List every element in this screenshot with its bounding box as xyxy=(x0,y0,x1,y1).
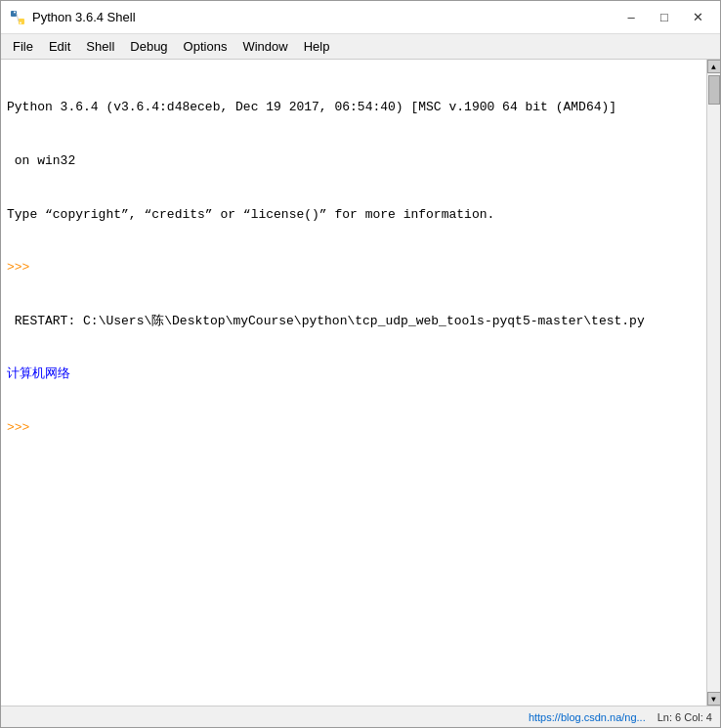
close-button[interactable]: ✕ xyxy=(683,7,712,28)
svg-rect-0 xyxy=(11,11,17,17)
menu-file[interactable]: File xyxy=(5,37,41,56)
console-line-1: Python 3.6.4 (v3.6.4:d48eceb, Dec 19 201… xyxy=(7,99,700,116)
status-position: Ln: 6 Col: 4 xyxy=(657,711,712,723)
svg-point-2 xyxy=(14,11,16,13)
console-line-restart: RESTART: C:\Users\陈\Desktop\myCourse\pyt… xyxy=(7,313,700,330)
menu-debug[interactable]: Debug xyxy=(122,37,175,56)
main-window: Python 3.6.4 Shell – □ ✕ File Edit Shell… xyxy=(0,0,721,728)
console-prompt-2: >>> xyxy=(7,419,700,437)
console-line-chinese: 计算机网络 xyxy=(7,365,700,383)
scroll-down-button[interactable]: ▼ xyxy=(707,692,721,706)
svg-point-3 xyxy=(20,21,21,23)
window-controls: – □ ✕ xyxy=(616,7,712,28)
title-bar: Python 3.6.4 Shell – □ ✕ xyxy=(1,1,720,34)
scrollbar[interactable]: ▲ ▼ xyxy=(706,60,720,706)
console-line-2: on win32 xyxy=(7,152,700,170)
menu-shell[interactable]: Shell xyxy=(78,37,122,56)
console-line-3: Type “copyright”, “credits” or “license(… xyxy=(7,206,700,224)
scroll-up-button[interactable]: ▲ xyxy=(707,60,721,73)
status-link: https://blog.csdn.na/ng... xyxy=(529,711,646,723)
console-area[interactable]: Python 3.6.4 (v3.6.4:d48eceb, Dec 19 201… xyxy=(1,60,706,706)
menu-window[interactable]: Window xyxy=(234,37,295,56)
scroll-track[interactable] xyxy=(707,73,720,692)
menu-bar: File Edit Shell Debug Options Window Hel… xyxy=(1,34,720,60)
menu-help[interactable]: Help xyxy=(296,37,338,56)
scroll-thumb[interactable] xyxy=(708,75,720,105)
app-icon xyxy=(9,9,26,26)
status-bar: https://blog.csdn.na/ng... Ln: 6 Col: 4 xyxy=(1,706,720,727)
console-wrapper: Python 3.6.4 (v3.6.4:d48eceb, Dec 19 201… xyxy=(1,60,720,706)
console-prompt-1: >>> xyxy=(7,259,700,277)
minimize-button[interactable]: – xyxy=(616,7,646,28)
svg-rect-1 xyxy=(19,19,24,24)
menu-edit[interactable]: Edit xyxy=(41,37,78,56)
window-title: Python 3.6.4 Shell xyxy=(32,10,616,24)
menu-options[interactable]: Options xyxy=(176,37,235,56)
maximize-button[interactable]: □ xyxy=(650,7,679,28)
